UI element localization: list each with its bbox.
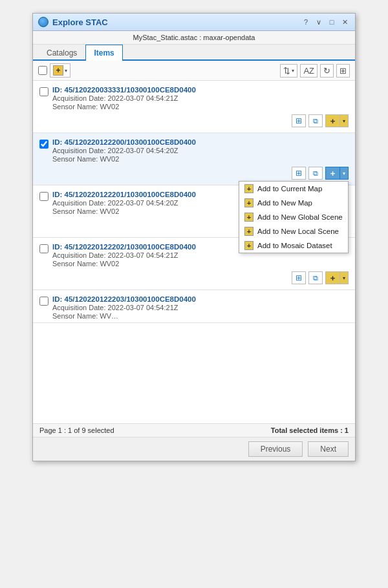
- nav-buttons: Previous Next: [33, 437, 355, 461]
- page-info: Page 1 : 1 of 9 selected: [39, 426, 114, 434]
- copy-icon-3: ⧉: [313, 274, 318, 282]
- item-id-4: ID: 45/120220122203/10300100CE8D0400: [52, 295, 349, 303]
- zoom-icon: ⊞: [296, 116, 302, 125]
- item-sensor-0: Sensor Name: WV02: [52, 103, 349, 110]
- item-header-1: ID: 45/120220122200/10300100CE8D0400 Acq…: [39, 138, 349, 163]
- collapse-button[interactable]: ∨: [314, 17, 324, 27]
- tab-items[interactable]: Items: [85, 45, 122, 61]
- item-checkbox-2[interactable]: [39, 192, 48, 201]
- az-sort-button[interactable]: AZ: [300, 64, 318, 78]
- item-acq-4: Acquisition Date: 2022-03-07 04:54:21Z: [52, 304, 349, 311]
- copy-item-1[interactable]: ⧉: [308, 167, 323, 180]
- add-group-3: + ▾: [325, 271, 349, 284]
- az-icon: AZ: [303, 66, 314, 76]
- add-new-map-icon: +: [244, 198, 253, 207]
- item-card-0: ID: 45/120220033331/10300100CE8D0400 Acq…: [33, 81, 355, 133]
- sort-icon: ⇅: [283, 66, 290, 76]
- zoom-to-item-0[interactable]: ⊞: [292, 114, 306, 127]
- add-new-global-scene-icon: +: [244, 213, 253, 222]
- item-acq-1: Acquisition Date: 2022-03-07 04:54:20Z: [52, 147, 349, 154]
- item-checkbox-1[interactable]: [39, 140, 48, 149]
- item-sensor-partial-4: Sensor Name: WV…: [52, 312, 349, 320]
- options-button[interactable]: ⊞: [336, 64, 350, 78]
- item-info-1: ID: 45/120220122200/10300100CE8D0400 Acq…: [52, 138, 349, 163]
- item-checkbox-3[interactable]: [39, 244, 48, 253]
- menu-add-new-local-scene[interactable]: + Add to New Local Scene: [239, 224, 348, 238]
- toolbar: + ▾ ⇅ ▾ AZ ↻ ⊞: [33, 61, 355, 81]
- zoom-to-item-3[interactable]: ⊞: [292, 271, 306, 284]
- item-card-4: ID: 45/120220122203/10300100CE8D0400 Acq…: [33, 290, 355, 323]
- item-header-0: ID: 45/120220033331/10300100CE8D0400 Acq…: [39, 86, 349, 110]
- next-button[interactable]: Next: [308, 441, 349, 457]
- add-current-map-icon: +: [244, 184, 253, 193]
- item-acq-0: Acquisition Date: 2022-03-07 04:54:21Z: [52, 94, 349, 102]
- add-icon: +: [53, 65, 63, 76]
- sort-button[interactable]: ⇅ ▾: [280, 64, 297, 78]
- tabs-container: Catalogs Items: [33, 45, 355, 61]
- restore-button[interactable]: □: [327, 17, 337, 27]
- help-button[interactable]: ?: [301, 17, 311, 27]
- close-button[interactable]: ✕: [339, 17, 350, 27]
- explore-stac-window: Explore STAC ? ∨ □ ✕ MyStac_Static.astac…: [32, 13, 356, 461]
- select-all-checkbox[interactable]: [38, 66, 47, 75]
- subtitle-bar: MyStac_Static.astac : maxar-opendata: [33, 31, 355, 45]
- previous-button[interactable]: Previous: [248, 441, 303, 457]
- item-info-0: ID: 45/120220033331/10300100CE8D0400 Acq…: [52, 86, 349, 110]
- item-sensor-1: Sensor Name: WV02: [52, 155, 349, 163]
- add-mosaic-dataset-icon: +: [244, 241, 253, 250]
- total-selected: Total selected items : 1: [271, 426, 349, 434]
- item-sensor-3: Sensor Name: WV02: [52, 260, 349, 268]
- item-actions-3: ⊞ ⧉ + ▾: [39, 271, 349, 284]
- refresh-button[interactable]: ↻: [320, 64, 334, 78]
- refresh-icon: ↻: [323, 66, 330, 76]
- status-bar: Page 1 : 1 of 9 selected Total selected …: [33, 423, 355, 437]
- dropdown-menu: + Add to Current Map + Add to New Map + …: [239, 181, 349, 253]
- item-actions-0: ⊞ ⧉ + ▾: [39, 114, 349, 127]
- item-checkbox-4[interactable]: [39, 297, 48, 306]
- menu-add-mosaic-dataset[interactable]: + Add to Mosaic Dataset: [239, 238, 348, 253]
- globe-icon: [38, 17, 48, 27]
- options-icon: ⊞: [339, 66, 347, 76]
- subtitle-text: MyStac_Static.astac : maxar-opendata: [133, 34, 255, 41]
- add-dropdown-0[interactable]: ▾: [339, 114, 349, 127]
- add-dropdown-3[interactable]: ▾: [339, 271, 349, 284]
- item-id-0: ID: 45/120220033331/10300100CE8D0400: [52, 86, 349, 94]
- item-actions-1: ⊞ ⧉ + ▾ + Add to Current Map +: [39, 167, 349, 180]
- zoom-icon-1: ⊞: [296, 169, 302, 178]
- item-id-1: ID: 45/120220122200/10300100CE8D0400: [52, 138, 349, 146]
- menu-add-new-map[interactable]: + Add to New Map: [239, 196, 348, 210]
- item-header-4: ID: 45/120220122203/10300100CE8D0400 Acq…: [39, 295, 349, 320]
- chevron-down-icon: ▾: [65, 68, 67, 74]
- item-info-4: ID: 45/120220122203/10300100CE8D0400 Acq…: [52, 295, 349, 320]
- copy-item-3[interactable]: ⧉: [308, 271, 323, 284]
- zoom-to-item-1[interactable]: ⊞: [292, 167, 306, 180]
- add-item-3[interactable]: +: [325, 271, 339, 284]
- title-bar-left: Explore STAC: [38, 17, 108, 27]
- add-dropdown-1[interactable]: ▾: [339, 167, 349, 180]
- zoom-icon-3: ⊞: [296, 273, 302, 282]
- title-bar-controls: ? ∨ □ ✕: [301, 17, 350, 27]
- copy-icon: ⧉: [313, 117, 318, 125]
- copy-item-0[interactable]: ⧉: [308, 114, 323, 127]
- add-group-0: + ▾: [325, 114, 349, 127]
- menu-add-current-map[interactable]: + Add to Current Map: [239, 182, 348, 196]
- add-new-local-scene-icon: +: [244, 227, 253, 236]
- copy-icon-1: ⧉: [313, 169, 318, 178]
- add-item-0[interactable]: +: [325, 114, 339, 127]
- add-toolbar-button[interactable]: + ▾: [50, 63, 70, 78]
- tab-catalogs[interactable]: Catalogs: [38, 45, 85, 61]
- items-list[interactable]: ID: 45/120220033331/10300100CE8D0400 Acq…: [33, 81, 355, 423]
- item-checkbox-0[interactable]: [39, 87, 48, 96]
- title-bar: Explore STAC ? ∨ □ ✕: [33, 14, 355, 31]
- add-item-1[interactable]: +: [325, 167, 339, 180]
- add-group-1: + ▾ + Add to Current Map + Add to New Ma…: [325, 167, 349, 180]
- menu-add-new-global-scene[interactable]: + Add to New Global Scene: [239, 210, 348, 224]
- window-title: Explore STAC: [52, 17, 108, 27]
- sort-chevron-icon: ▾: [292, 68, 294, 74]
- item-card-1: ID: 45/120220122200/10300100CE8D0400 Acq…: [33, 133, 355, 185]
